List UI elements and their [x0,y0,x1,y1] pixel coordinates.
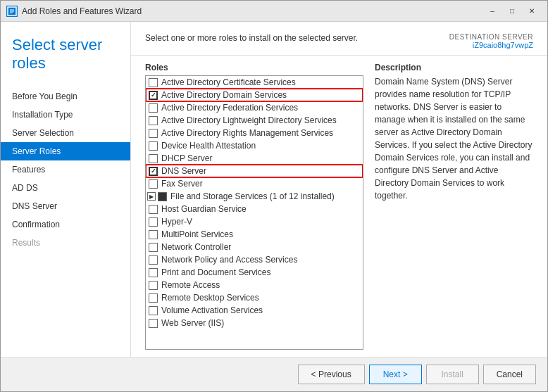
list-item[interactable]: Web Server (IIS) [146,317,363,329]
footer: < Previous Next > Install Cancel [1,357,547,391]
role-checkbox[interactable] [149,230,158,239]
role-checkbox[interactable] [149,243,158,252]
list-item[interactable]: Network Policy and Access Services [146,253,363,266]
role-checkbox[interactable] [149,255,158,265]
app-icon [6,6,18,17]
sidebar-item-ad-ds[interactable]: AD DS [1,179,130,197]
main-header: Select one or more roles to install on t… [131,22,547,56]
sidebar-item-before-you-begin[interactable]: Before You Begin [1,87,130,106]
role-label: Device Health Attestation [161,141,256,151]
list-item[interactable]: Device Health Attestation [146,139,363,152]
sidebar-item-features[interactable]: Features [1,160,130,179]
sidebar-header: Select server roles [1,22,130,80]
list-item[interactable]: Remote Desktop Services [146,291,363,304]
role-checkbox[interactable] [149,268,158,277]
sidebar-title: Select server roles [12,36,119,73]
next-button[interactable]: Next > [369,365,422,384]
wizard-window: Add Roles and Features Wizard – □ ✕ Sele… [0,0,548,392]
minimize-button[interactable]: – [482,4,502,18]
sidebar-item-server-selection[interactable]: Server Selection [1,124,130,142]
list-item[interactable]: Hyper-V [146,215,363,228]
role-label: Remote Access [161,280,220,290]
role-label: DNS Server [161,166,206,176]
role-checkbox-checked[interactable] [149,167,158,176]
list-item[interactable]: Active Directory Federation Services [146,101,363,114]
list-item[interactable]: Host Guardian Service [146,203,363,215]
cancel-button[interactable]: Cancel [483,365,536,384]
list-item[interactable]: Active Directory Certificate Services [146,76,363,89]
role-checkbox[interactable] [149,141,158,151]
description-label: Description [375,63,533,72]
role-checkbox[interactable] [149,205,158,214]
role-label: Network Policy and Access Services [161,255,297,265]
role-checkbox[interactable] [149,129,158,138]
list-item[interactable]: Print and Document Services [146,266,363,279]
role-label: Hyper-V [161,217,192,227]
destination-label: DESTINATION SERVER [449,33,533,41]
role-label: Host Guardian Service [161,204,247,214]
role-label: Active Directory Lightweight Directory S… [161,115,337,125]
role-label: Active Directory Rights Management Servi… [161,128,333,138]
roles-panel: Roles Active Directory Certificate Servi… [145,63,363,350]
description-text: Domain Name System (DNS) Server provides… [375,75,533,202]
roles-list: Active Directory Certificate Services Ac… [146,76,363,329]
main-content: Select one or more roles to install on t… [131,22,547,357]
titlebar: Add Roles and Features Wizard – □ ✕ [1,1,547,22]
role-label: MultiPoint Services [161,229,233,239]
role-checkbox[interactable] [149,306,158,315]
sidebar-item-confirmation[interactable]: Confirmation [1,215,130,234]
list-item[interactable]: ▶ File and Storage Services (1 of 12 ins… [146,190,363,203]
list-item[interactable]: Active Directory Domain Services [146,89,363,101]
role-label: File and Storage Services (1 of 12 insta… [170,191,335,201]
previous-button[interactable]: < Previous [298,365,365,384]
list-item[interactable]: Active Directory Lightweight Directory S… [146,114,363,127]
role-label: Active Directory Domain Services [161,90,287,100]
instruction-text: Select one or more roles to install on t… [145,33,449,43]
sidebar-item-server-roles[interactable]: Server Roles [1,142,130,160]
role-checkbox-checked[interactable] [149,91,158,100]
role-label: Print and Document Services [161,267,270,277]
list-item[interactable]: MultiPoint Services [146,228,363,241]
titlebar-controls: – □ ✕ [482,4,542,18]
role-checkbox[interactable] [149,281,158,290]
role-checkbox[interactable] [149,293,158,303]
list-item[interactable]: Network Controller [146,241,363,253]
sidebar-item-dns-server[interactable]: DNS Server [1,197,130,215]
list-item[interactable]: DHCP Server [146,152,363,165]
close-button[interactable]: ✕ [522,4,542,18]
role-checkbox[interactable] [149,78,158,87]
role-checkbox-partial[interactable] [158,192,167,201]
sidebar: Select server roles Before You Begin Ins… [1,22,131,357]
role-label: DHCP Server [161,153,212,163]
role-checkbox[interactable] [149,319,158,328]
role-checkbox[interactable] [149,179,158,189]
content-area: Select server roles Before You Begin Ins… [1,22,547,357]
install-button[interactable]: Install [426,365,479,384]
roles-label: Roles [145,63,363,72]
maximize-button[interactable]: □ [502,4,522,18]
role-checkbox[interactable] [149,103,158,113]
list-item[interactable]: Fax Server [146,177,363,190]
roles-list-container[interactable]: Active Directory Certificate Services Ac… [145,75,363,350]
role-checkbox[interactable] [149,116,158,125]
role-label: Active Directory Certificate Services [161,77,296,87]
list-item[interactable]: Remote Access [146,279,363,291]
expand-arrow-icon[interactable]: ▶ [147,192,156,201]
list-item[interactable]: Volume Activation Services [146,304,363,317]
list-item[interactable]: DNS Server [146,165,363,177]
role-label: Volume Activation Services [161,305,263,315]
role-checkbox[interactable] [149,154,158,163]
sidebar-item-results: Results [1,234,130,252]
role-label: Fax Server [161,179,203,189]
role-checkbox[interactable] [149,217,158,227]
role-label: Active Directory Federation Services [161,103,298,113]
sidebar-nav: Before You Begin Installation Type Serve… [1,80,130,357]
sidebar-item-installation-type[interactable]: Installation Type [1,106,130,124]
destination-server: DESTINATION SERVER iZ9caio8hg7vwpZ [449,33,533,49]
description-panel: Description Domain Name System (DNS) Ser… [375,63,533,350]
role-label: Remote Desktop Services [161,293,259,303]
destination-name: iZ9caio8hg7vwpZ [449,41,533,49]
titlebar-title: Add Roles and Features Wizard [22,6,482,16]
list-item[interactable]: Active Directory Rights Management Servi… [146,127,363,139]
role-label: Web Server (IIS) [161,318,224,328]
